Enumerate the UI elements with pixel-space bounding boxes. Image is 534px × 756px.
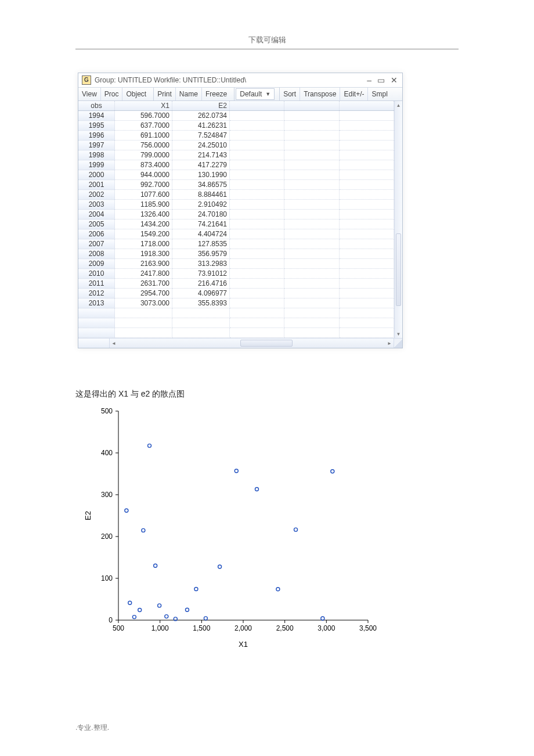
cell-empty[interactable] (339, 308, 394, 318)
cell-empty[interactable] (284, 318, 339, 328)
cell-obs[interactable]: 1994 (78, 111, 115, 121)
cell-x1[interactable]: 1434.200 (115, 219, 172, 229)
cell-empty[interactable] (284, 308, 339, 318)
sort-button[interactable]: Sort (280, 88, 300, 100)
cell-empty[interactable] (115, 328, 172, 338)
table-row[interactable]: 20031185.9002.910492 (78, 200, 394, 210)
cell-x1[interactable]: 637.7000 (115, 121, 172, 131)
cell-x1[interactable]: 1326.400 (115, 210, 172, 219)
scroll-down-icon[interactable]: ▼ (395, 330, 402, 338)
col-header-obs[interactable]: obs (78, 101, 115, 111)
cell-obs[interactable]: 2003 (78, 200, 115, 210)
mode-select[interactable]: Default ▼ (236, 88, 275, 100)
table-row[interactable]: 2001992.700034.86575 (78, 180, 394, 190)
cell-obs[interactable]: 2012 (78, 289, 115, 298)
cell-empty[interactable] (284, 219, 339, 229)
cell-obs[interactable]: 1995 (78, 121, 115, 131)
cell-obs[interactable] (78, 328, 115, 338)
cell-x1[interactable]: 756.0000 (115, 141, 172, 150)
cell-x1[interactable]: 3073.000 (115, 298, 172, 308)
scroll-right-icon[interactable]: ► (385, 339, 394, 348)
table-row[interactable]: 20133073.000355.8393 (78, 298, 394, 308)
cell-x1[interactable]: 1718.000 (115, 239, 172, 249)
name-button[interactable]: Name (176, 88, 202, 100)
cell-empty[interactable] (230, 328, 284, 338)
cell-empty[interactable] (339, 141, 394, 150)
cell-obs[interactable]: 2013 (78, 298, 115, 308)
scroll-up-icon[interactable]: ▲ (395, 101, 402, 109)
cell-empty[interactable] (339, 249, 394, 259)
cell-empty[interactable] (230, 111, 284, 121)
cell-empty[interactable] (230, 180, 284, 190)
cell-empty[interactable] (339, 269, 394, 279)
cell-empty[interactable] (230, 229, 284, 239)
cell-empty[interactable] (284, 170, 339, 180)
object-button[interactable]: Object (122, 88, 150, 100)
cell-empty[interactable] (284, 328, 339, 338)
cell-empty[interactable] (339, 111, 394, 121)
cell-empty[interactable] (339, 279, 394, 289)
cell-empty[interactable] (284, 279, 339, 289)
cell-obs[interactable]: 2010 (78, 269, 115, 279)
cell-obs[interactable]: 2009 (78, 259, 115, 269)
cell-empty[interactable] (230, 131, 284, 141)
cell-e2[interactable]: 2.910492 (172, 200, 230, 210)
cell-empty[interactable] (284, 150, 339, 160)
cell-obs[interactable]: 2001 (78, 180, 115, 190)
cell-empty[interactable] (339, 229, 394, 239)
cell-empty[interactable] (230, 289, 284, 298)
cell-e2[interactable]: 8.884461 (172, 190, 230, 200)
cell-empty[interactable] (230, 200, 284, 210)
close-icon[interactable]: ✕ (391, 75, 398, 85)
cell-x1[interactable]: 1549.200 (115, 229, 172, 239)
cell-obs[interactable]: 2011 (78, 279, 115, 289)
cell-empty[interactable] (115, 308, 172, 318)
scroll-left-icon[interactable]: ◄ (110, 339, 118, 348)
table-row[interactable]: 1999873.4000417.2279 (78, 160, 394, 170)
cell-x1[interactable]: 1918.300 (115, 249, 172, 259)
cell-x1[interactable]: 944.0000 (115, 170, 172, 180)
cell-empty[interactable] (339, 121, 394, 131)
cell-e2[interactable]: 24.70180 (172, 210, 230, 219)
cell-empty[interactable] (284, 160, 339, 170)
cell-e2[interactable]: 127.8535 (172, 239, 230, 249)
cell-empty[interactable] (284, 141, 339, 150)
cell-obs[interactable]: 1997 (78, 141, 115, 150)
freeze-button[interactable]: Freeze (202, 88, 230, 100)
cell-x1[interactable]: 691.1000 (115, 131, 172, 141)
cell-obs[interactable]: 1996 (78, 131, 115, 141)
table-row[interactable]: 1995637.700041.26231 (78, 121, 394, 131)
cell-empty[interactable] (284, 200, 339, 210)
table-row[interactable]: 20071718.000127.8535 (78, 239, 394, 249)
cell-e2[interactable]: 216.4716 (172, 279, 230, 289)
cell-empty[interactable] (230, 239, 284, 249)
cell-e2[interactable]: 4.096977 (172, 289, 230, 298)
cell-empty[interactable] (284, 111, 339, 121)
table-row[interactable] (78, 308, 394, 318)
cell-x1[interactable]: 2954.700 (115, 289, 172, 298)
cell-empty[interactable] (230, 121, 284, 131)
table-row[interactable]: 20041326.40024.70180 (78, 210, 394, 219)
window-title-bar[interactable]: G Group: UNTITLED Workfile: UNTITLED::Un… (78, 73, 402, 88)
cell-empty[interactable] (172, 318, 230, 328)
cell-empty[interactable] (230, 210, 284, 219)
cell-e2[interactable]: 41.26231 (172, 121, 230, 131)
maximize-icon[interactable]: ▭ (377, 75, 385, 85)
cell-empty[interactable] (284, 249, 339, 259)
cell-empty[interactable] (339, 298, 394, 308)
table-row[interactable]: 20061549.2004.404724 (78, 229, 394, 239)
resize-grip-icon[interactable] (394, 339, 402, 348)
view-button[interactable]: View (78, 88, 101, 100)
cell-obs[interactable]: 2005 (78, 219, 115, 229)
cell-empty[interactable] (339, 180, 394, 190)
cell-e2[interactable]: 130.1990 (172, 170, 230, 180)
cell-empty[interactable] (284, 210, 339, 219)
cell-empty[interactable] (339, 328, 394, 338)
cell-empty[interactable] (230, 141, 284, 150)
cell-empty[interactable] (284, 190, 339, 200)
cell-empty[interactable] (172, 328, 230, 338)
vertical-scrollbar[interactable]: ▲ ▼ (394, 101, 402, 338)
cell-empty[interactable] (230, 190, 284, 200)
table-row[interactable]: 1996691.10007.524847 (78, 131, 394, 141)
table-row[interactable] (78, 328, 394, 338)
